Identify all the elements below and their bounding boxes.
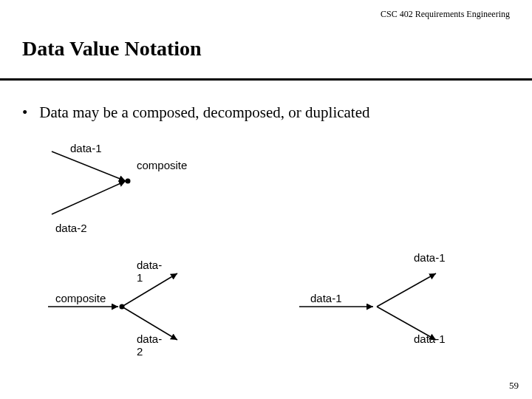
- decompose-top-label: data-1: [137, 259, 166, 284]
- duplicate-bottom-label: data-1: [414, 332, 446, 345]
- compose-diagram: [44, 140, 163, 229]
- compose-bottom-label: data-2: [55, 222, 87, 234]
- page-number: 59: [509, 380, 519, 392]
- bullet-line: • Data may be a composed, decomposed, or…: [22, 103, 370, 122]
- svg-point-2: [126, 179, 131, 184]
- compose-right-label: composite: [137, 159, 187, 171]
- compose-top-label: data-1: [70, 142, 102, 154]
- bullet-text: Data may be a composed, decomposed, or d…: [39, 103, 369, 121]
- page-title: Data Value Notation: [22, 37, 202, 61]
- svg-line-1: [52, 181, 126, 214]
- duplicate-left-label: data-1: [310, 292, 342, 304]
- decompose-bottom-label: data-2: [137, 332, 166, 358]
- decompose-left-label: composite: [55, 292, 106, 304]
- duplicate-top-label: data-1: [414, 251, 446, 264]
- title-rule: [0, 78, 532, 81]
- svg-line-0: [52, 151, 126, 181]
- svg-line-8: [377, 273, 436, 307]
- course-header: CSC 402 Requirements Engineering: [381, 9, 510, 20]
- bullet-marker: •: [22, 103, 35, 122]
